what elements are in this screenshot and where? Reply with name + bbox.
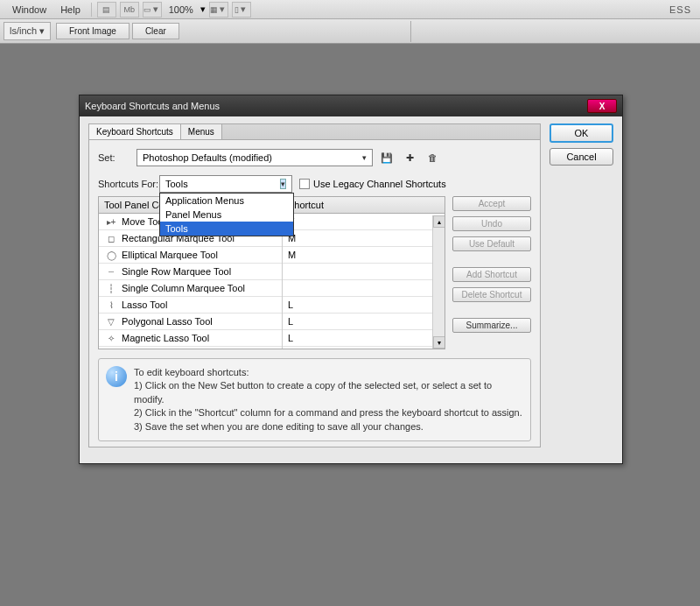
rect-marquee-icon: ◻	[104, 232, 118, 244]
resolution-unit-field[interactable]: ls/inch ▾	[4, 22, 51, 40]
cmd-name: Polygonal Lasso Tool	[122, 316, 213, 327]
delete-set-icon[interactable]: 🗑	[424, 149, 441, 166]
legacy-label: Use Legacy Channel Shortcuts	[313, 179, 446, 189]
shortcuts-for-select[interactable]: Tools ▾ Application Menus Panel Menus To…	[159, 175, 292, 193]
dialog-title: Keyboard Shortcuts and Menus	[85, 101, 587, 111]
scrollbar[interactable]: ▴ ▾	[432, 215, 444, 349]
action-buttons: Accept Undo Use Default Add Shortcut Del…	[452, 196, 531, 349]
zoom-dropdown-icon[interactable]: ▾	[199, 4, 207, 15]
cmd-name: Magnetic Lasso Tool	[122, 333, 209, 343]
cmd-shortcut: W	[283, 347, 444, 349]
app-menubar: Window Help ▤ Mb ▭▾ 100% ▾ ▦▾ ▯▾ ESS	[0, 0, 700, 19]
toolbar-screen-icon[interactable]: ▭▾	[143, 2, 162, 18]
ellipse-marquee-icon: ◯	[104, 249, 118, 261]
cmd-shortcut: V	[283, 214, 444, 229]
hint-line: 3) Save the set when you are done editin…	[134, 420, 523, 433]
toolbar-grid-icon[interactable]: ▦▾	[209, 2, 228, 18]
hint-line: 1) Click on the New Set button to create…	[134, 379, 523, 406]
close-button[interactable]: X	[587, 99, 617, 113]
tab-menus[interactable]: Menus	[181, 124, 222, 139]
table-row[interactable]: ▽Polygonal Lasso ToolL	[99, 314, 444, 330]
set-select[interactable]: Photoshop Defaults (modified) ▾	[136, 149, 373, 166]
summarize-button[interactable]: Summarize...	[452, 318, 531, 333]
chevron-down-icon: ▾	[280, 179, 286, 189]
hint-box: i To edit keyboard shortcuts: 1) Click o…	[98, 358, 531, 441]
set-select-value: Photoshop Defaults (modified)	[143, 152, 272, 163]
undo-button[interactable]: Undo	[452, 216, 531, 231]
cmd-name: Elliptical Marquee Tool	[122, 250, 218, 260]
separator	[91, 3, 92, 17]
keyboard-shortcuts-dialog: Keyboard Shortcuts and Menus X Keyboard …	[79, 95, 623, 464]
shortcuts-for-dropdown: Application Menus Panel Menus Tools	[159, 193, 294, 236]
new-set-icon[interactable]: ✚	[401, 149, 418, 166]
dropdown-option-panel-menus[interactable]: Panel Menus	[160, 208, 293, 222]
shortcuts-for-label: Shortcuts For:	[98, 179, 159, 189]
cmd-name: Quick Selection Tool	[122, 349, 208, 350]
cmd-shortcut	[283, 285, 444, 291]
tab-keyboard-shortcuts[interactable]: Keyboard Shortcuts	[89, 124, 181, 139]
zoom-level[interactable]: 100%	[169, 4, 193, 15]
tab-row: Keyboard Shortcuts Menus	[88, 123, 541, 139]
use-default-button[interactable]: Use Default	[452, 236, 531, 251]
toolbar-rss-icon[interactable]: ▤	[97, 2, 116, 18]
separator	[410, 21, 411, 42]
tab-panel: Set: Photoshop Defaults (modified) ▾ 💾 ✚…	[88, 139, 541, 447]
hint-line: 2) Click in the "Shortcut" column for a …	[134, 406, 523, 419]
hint-text: To edit keyboard shortcuts: 1) Click on …	[134, 366, 523, 433]
cmd-name: Single Row Marquee Tool	[122, 266, 231, 277]
col-marquee-icon: ┆	[104, 282, 118, 294]
scroll-up-icon[interactable]: ▴	[433, 215, 445, 228]
quick-select-icon: ✎	[104, 349, 118, 349]
chevron-down-icon: ▾	[362, 153, 367, 162]
legacy-checkbox[interactable]	[299, 179, 310, 189]
lasso-icon: ⌇	[104, 299, 118, 311]
scroll-down-icon[interactable]: ▾	[433, 336, 445, 349]
cmd-name: Single Column Marquee Tool	[122, 283, 245, 293]
delete-shortcut-button[interactable]: Delete Shortcut	[452, 287, 531, 302]
ok-button[interactable]: OK	[550, 123, 613, 143]
cmd-shortcut: M	[283, 230, 444, 246]
save-set-icon[interactable]: 💾	[378, 149, 396, 166]
table-row[interactable]: ✎Quick Selection ToolW	[99, 347, 444, 349]
clear-button[interactable]: Clear	[132, 23, 179, 39]
accept-button[interactable]: Accept	[452, 196, 531, 211]
cmd-shortcut: L	[283, 314, 444, 329]
move-tool-icon: ▸+	[104, 215, 118, 228]
resolution-unit-label: ls/inch	[10, 25, 37, 36]
table-row[interactable]: ⌇Lasso ToolL	[99, 297, 444, 314]
options-bar: ls/inch ▾ Front Image Clear	[0, 19, 700, 44]
table-row[interactable]: ✧Magnetic Lasso ToolL	[99, 330, 444, 347]
cmd-shortcut: L	[283, 297, 444, 313]
set-label: Set:	[98, 152, 136, 163]
chevron-down-icon: ▾	[39, 25, 45, 36]
cancel-button[interactable]: Cancel	[550, 148, 613, 166]
menu-help[interactable]: Help	[53, 2, 88, 18]
table-row[interactable]: ◯Elliptical Marquee ToolM	[99, 247, 444, 264]
menu-window[interactable]: Window	[5, 2, 53, 18]
cmd-shortcut: M	[283, 247, 444, 263]
dropdown-option-application-menus[interactable]: Application Menus	[160, 194, 293, 208]
info-icon: i	[106, 366, 127, 387]
magnetic-lasso-icon: ✧	[104, 332, 118, 344]
column-header-shortcut[interactable]: Shortcut	[283, 197, 444, 213]
toolbar-doc-icon[interactable]: ▯▾	[232, 2, 251, 18]
cmd-name: Lasso Tool	[122, 299, 167, 310]
hint-title: To edit keyboard shortcuts:	[134, 366, 523, 379]
add-shortcut-button[interactable]: Add Shortcut	[452, 267, 531, 282]
dropdown-option-tools[interactable]: Tools	[160, 222, 293, 236]
table-row[interactable]: ┄Single Row Marquee Tool	[99, 264, 444, 280]
toolbar-mb-icon[interactable]: Mb	[120, 2, 139, 18]
workspace-label[interactable]: ESS	[669, 4, 695, 15]
row-marquee-icon: ┄	[104, 265, 118, 278]
dialog-titlebar[interactable]: Keyboard Shortcuts and Menus X	[80, 95, 622, 116]
poly-lasso-icon: ▽	[104, 315, 118, 328]
cmd-shortcut: L	[283, 330, 444, 346]
front-image-button[interactable]: Front Image	[56, 23, 130, 39]
table-row[interactable]: ┆Single Column Marquee Tool	[99, 280, 444, 297]
shortcuts-for-value: Tools	[165, 179, 188, 189]
cmd-shortcut	[283, 269, 444, 274]
